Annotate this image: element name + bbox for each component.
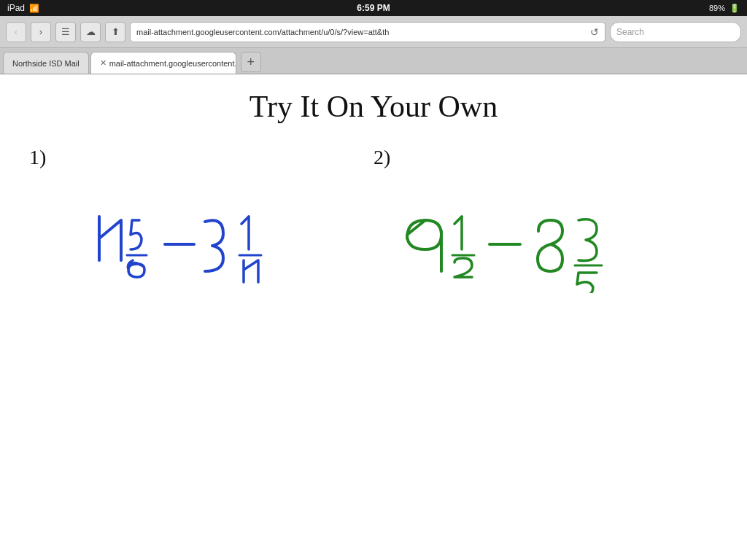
device-label: iPad xyxy=(7,3,25,13)
search-bar[interactable]: Search xyxy=(610,22,741,42)
problem-1-math xyxy=(29,176,374,293)
forward-button[interactable]: › xyxy=(31,22,51,42)
tab-attachment[interactable]: ✕ mail-attachment.googleusercontent.com/… xyxy=(90,52,236,74)
clock: 6:59 PM xyxy=(357,3,390,13)
status-right: 89% 🔋 xyxy=(709,4,740,13)
battery-icon: 🔋 xyxy=(729,4,740,13)
address-bar[interactable]: mail-attachment.googleusercontent.com/at… xyxy=(130,22,605,42)
add-tab-button[interactable]: + xyxy=(241,52,261,72)
page-content: Try It On Your Own 1) xyxy=(0,74,747,560)
cloud-button[interactable]: ☁ xyxy=(80,22,101,42)
problem-2-math xyxy=(374,176,718,293)
problem-2: 2) xyxy=(374,146,718,293)
tab-label-attachment: mail-attachment.googleusercontent.com/at… xyxy=(109,59,236,68)
tab-bar: Northside ISD Mail ✕ mail-attachment.goo… xyxy=(0,48,747,74)
tab-close-icon[interactable]: ✕ xyxy=(100,58,107,68)
bookmarks-button[interactable]: ☰ xyxy=(55,22,76,42)
back-button[interactable]: ‹ xyxy=(6,22,26,42)
problem-1: 1) xyxy=(29,146,374,293)
address-text: mail-attachment.googleusercontent.com/at… xyxy=(136,28,586,36)
status-left: iPad 📶 xyxy=(7,3,39,13)
problems-row: 1) xyxy=(29,146,718,293)
search-placeholder: Search xyxy=(616,27,644,37)
tab-northside[interactable]: Northside ISD Mail xyxy=(3,52,89,74)
tab-label-northside: Northside ISD Mail xyxy=(12,59,80,68)
share-button[interactable]: ⬆ xyxy=(105,22,125,42)
problem-1-number: 1) xyxy=(29,146,374,169)
battery-label: 89% xyxy=(709,4,725,12)
page-title: Try It On Your Own xyxy=(249,89,498,124)
wifi-icon: 📶 xyxy=(29,4,39,13)
status-bar: iPad 📶 6:59 PM 89% 🔋 xyxy=(0,0,747,16)
problem-2-number: 2) xyxy=(374,146,718,169)
reload-button[interactable]: ↺ xyxy=(590,26,599,38)
browser-toolbar: ‹ › ☰ ☁ ⬆ mail-attachment.googleusercont… xyxy=(0,16,747,48)
